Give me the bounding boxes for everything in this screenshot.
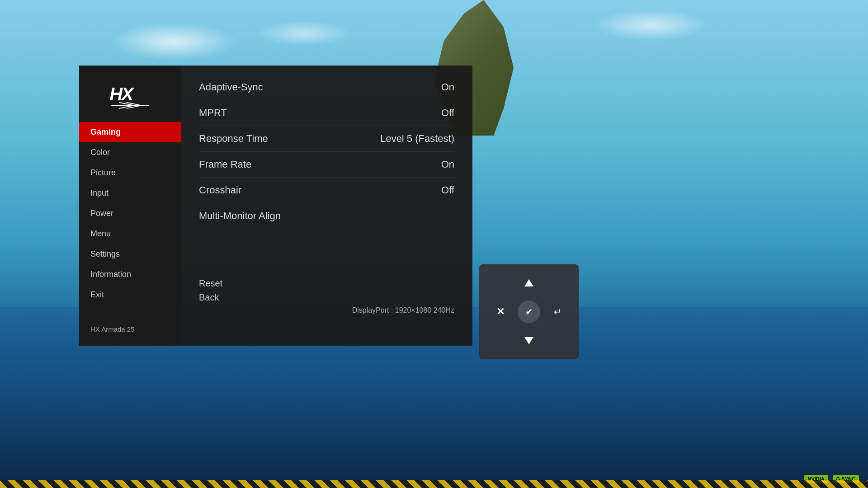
crosshair-label: Crosshair [199,184,241,196]
status-bar: DisplayPort : 868×488 240Hz [199,303,454,318]
gaming-menu: Adaptive-Sync On MPRT Off Response Time … [199,75,454,229]
dpad-down-button[interactable] [519,330,539,350]
sidebar-item-picture[interactable]: Picture [79,163,181,183]
dpad: ✕ ✔ ↵ [491,273,567,350]
dpad-center-button[interactable]: ✔ [518,300,540,323]
caution-stripe [0,480,868,488]
crosshair-item[interactable]: Crosshair Off [199,178,454,203]
mprt-label: MPRT [199,107,227,119]
response-time-value: Level 5 (Fastest) [380,133,454,145]
bottom-actions: Reset Back [199,278,454,303]
sidebar-nav: Gaming Color Picture Input Power Menu [79,122,181,305]
dpad-right-button[interactable]: ↵ [547,302,567,322]
sidebar-item-exit[interactable]: Exit [79,285,181,305]
x-icon: ✕ [496,306,505,318]
content-area: Adaptive-Sync On MPRT Off Response Time … [181,66,472,346]
hyperx-logo: HX [108,79,153,111]
response-time-label: Response Time [199,133,268,145]
mprt-value: Off [441,107,454,119]
sidebar-item-input[interactable]: Input [79,183,181,203]
svg-text:HX: HX [109,84,134,104]
adaptive-sync-value: On [441,81,454,93]
adaptive-sync-label: Adaptive-Sync [199,81,263,93]
svg-marker-2 [524,279,533,286]
osd-overlay: HX Gaming Color Picture [79,66,472,346]
crosshair-value: Off [441,184,454,196]
frame-rate-item[interactable]: Frame Rate On [199,152,454,178]
check-icon: ✔ [525,306,533,317]
back-action[interactable]: Back [199,292,454,303]
sidebar-item-information[interactable]: Information [79,264,181,285]
adaptive-sync-item[interactable]: Adaptive-Sync On [199,75,454,100]
svg-marker-3 [524,337,533,344]
sidebar-item-power[interactable]: Power [79,203,181,224]
frame-rate-label: Frame Rate [199,159,251,170]
logo-area: HX [79,66,181,122]
multi-monitor-label: Multi-Monitor Align [199,210,281,222]
multi-monitor-item[interactable]: Multi-Monitor Align [199,203,454,229]
sidebar-item-color[interactable]: Color [79,142,181,163]
dpad-container: ✕ ✔ ↵ [479,264,579,359]
down-arrow-icon [524,335,534,345]
sidebar-item-menu[interactable]: Menu [79,224,181,244]
up-arrow-icon [524,278,534,288]
reset-action[interactable]: Reset [199,278,454,289]
sidebar-item-gaming[interactable]: Gaming [79,122,181,142]
dpad-up-button[interactable] [519,273,539,293]
device-name: HX Armada 25 [79,319,181,337]
osd-panel: HX Gaming Color Picture [79,66,472,346]
sidebar: HX Gaming Color Picture [79,66,181,346]
sidebar-item-settings[interactable]: Settings [79,244,181,264]
dpad-left-button[interactable]: ✕ [491,302,510,322]
response-time-item[interactable]: Response Time Level 5 (Fastest) [199,126,454,152]
mprt-item[interactable]: MPRT Off [199,100,454,126]
frame-rate-value: On [441,159,454,170]
back-icon: ↵ [554,306,561,317]
